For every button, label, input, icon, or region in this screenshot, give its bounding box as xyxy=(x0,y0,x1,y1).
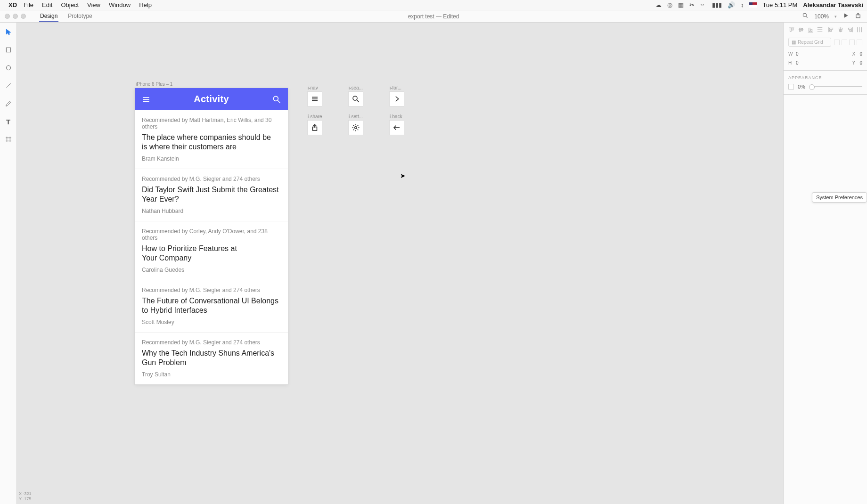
y-value[interactable]: 0 xyxy=(859,60,862,65)
path-subtract-icon[interactable] xyxy=(842,40,847,45)
height-value[interactable]: 0 xyxy=(796,60,799,65)
tool-rectangle[interactable] xyxy=(4,45,13,55)
svg-rect-28 xyxy=(809,28,810,32)
distribute-v-icon[interactable] xyxy=(817,26,823,33)
svg-rect-34 xyxy=(830,28,833,30)
path-add-icon[interactable] xyxy=(834,40,840,45)
sync-icon[interactable]: ↕︎ xyxy=(741,1,744,8)
menu-view[interactable]: View xyxy=(87,1,100,8)
feed-item[interactable]: Recommended by M.G. Siegler and 274 othe… xyxy=(135,169,288,221)
repeat-grid-button[interactable]: ▦ Repeat Grid xyxy=(788,38,831,47)
mac-menubar: XD File Edit Object View Window Help ☁︎ … xyxy=(0,0,867,10)
opacity-swatch-icon[interactable] xyxy=(788,84,794,89)
svg-rect-5 xyxy=(6,48,10,52)
feed-item[interactable]: Recommended by M.G. Siegler and 274 othe… xyxy=(135,280,288,333)
app-titlebar: Design Prototype export test — Edited 10… xyxy=(0,10,867,23)
appearance-heading: APPEARANCE xyxy=(788,75,862,80)
svg-rect-35 xyxy=(830,30,832,32)
align-left-icon[interactable] xyxy=(828,26,834,33)
menu-file[interactable]: File xyxy=(24,1,33,8)
menubar-app-icon[interactable]: ▦ xyxy=(678,1,684,8)
mini-art-label-settings[interactable]: i-sett... xyxy=(349,114,363,119)
svg-line-12 xyxy=(278,100,280,103)
zoom-level[interactable]: 100% xyxy=(814,13,829,20)
align-right-icon[interactable] xyxy=(847,26,853,33)
mini-art-label-back[interactable]: i-back xyxy=(390,114,402,119)
canvas[interactable]: iPhone 6 Plus – 1 Activity Recommended b… xyxy=(17,23,783,504)
zoom-chevron-icon[interactable]: ▾ xyxy=(834,14,837,19)
tool-pen[interactable] xyxy=(4,99,13,108)
search-icon[interactable] xyxy=(272,95,281,104)
tab-prototype[interactable]: Prototype xyxy=(67,11,93,22)
feed-reco: Recommended by Corley, Andy O'Dower, and… xyxy=(142,228,281,241)
menu-edit[interactable]: Edit xyxy=(42,1,52,8)
mini-art-settings[interactable] xyxy=(349,121,363,135)
width-value[interactable]: 0 xyxy=(796,51,799,57)
mini-art-nav[interactable] xyxy=(308,92,322,106)
mini-art-label-nav[interactable]: i-nav xyxy=(308,85,318,90)
opacity-value[interactable]: 0% xyxy=(798,84,805,89)
height-label: H xyxy=(788,60,793,65)
mini-art-back[interactable] xyxy=(390,121,404,135)
feed-item[interactable]: Recommended by Corley, Andy O'Dower, and… xyxy=(135,221,288,280)
menu-object[interactable]: Object xyxy=(61,1,79,8)
align-hcenter-icon[interactable] xyxy=(837,26,844,33)
distribute-h-icon[interactable] xyxy=(856,26,863,33)
feed-author: Nathan Hubbard xyxy=(142,208,281,214)
path-intersect-icon[interactable] xyxy=(849,40,855,45)
artboard-header[interactable]: Activity xyxy=(135,88,288,110)
cloud-icon[interactable]: ☁︎ xyxy=(655,1,662,8)
minimize-window-icon[interactable] xyxy=(13,14,18,19)
menu-window[interactable]: Window xyxy=(109,1,131,8)
feed-headline: The Future of Conversational UI Belongs … xyxy=(142,296,281,315)
tool-select[interactable] xyxy=(4,27,13,37)
tool-line[interactable] xyxy=(4,81,13,90)
feed-item[interactable]: Recommended by M.G. Siegler and 274 othe… xyxy=(135,333,288,384)
mini-art-label-forward[interactable]: i-for... xyxy=(390,85,401,90)
window-traffic-lights[interactable] xyxy=(0,14,31,19)
battery-icon[interactable]: ▮▮▮ xyxy=(712,1,722,8)
menu-help[interactable]: Help xyxy=(139,1,152,8)
wifi-icon[interactable]: ᯤ xyxy=(700,1,706,8)
align-bottom-icon[interactable] xyxy=(807,26,814,33)
input-flag-icon[interactable] xyxy=(749,2,757,8)
mini-art-label-search[interactable]: i-sea... xyxy=(349,85,363,90)
svg-line-1 xyxy=(806,16,808,18)
share-icon[interactable] xyxy=(855,12,861,20)
mini-art-forward[interactable] xyxy=(390,92,404,106)
cc-icon[interactable]: ◎ xyxy=(667,1,672,8)
close-window-icon[interactable] xyxy=(5,14,10,19)
mini-art-label-share[interactable]: i-share xyxy=(308,114,322,119)
feed-headline: How to Prioritize Features at Your Compa… xyxy=(142,244,281,263)
app-menu[interactable]: XD xyxy=(8,1,17,8)
artboard-label[interactable]: iPhone 6 Plus – 1 xyxy=(136,81,172,87)
opacity-slider[interactable] xyxy=(809,86,862,87)
clipboard-icon[interactable]: ✂︎ xyxy=(689,1,695,8)
align-vcenter-icon[interactable] xyxy=(798,26,804,33)
mini-art-search[interactable] xyxy=(349,92,363,106)
feed-author: Troy Sultan xyxy=(142,371,281,378)
preview-icon[interactable] xyxy=(842,12,849,20)
tool-ellipse[interactable] xyxy=(4,63,13,73)
mini-art-share[interactable] xyxy=(308,121,322,135)
feed-headline: Did Taylor Swift Just Submit the Greates… xyxy=(142,185,281,204)
tab-design[interactable]: Design xyxy=(39,11,58,22)
inspector-panel: ▦ Repeat Grid W0 X0 H0 Y0 APPEARANCE 0% xyxy=(783,23,867,504)
system-preferences-tooltip[interactable]: System Preferences xyxy=(812,192,867,203)
zoom-window-icon[interactable] xyxy=(21,14,26,19)
path-exclude-icon[interactable] xyxy=(857,40,862,45)
menubar-user[interactable]: Aleksandar Tasevski xyxy=(803,1,863,8)
hamburger-icon[interactable] xyxy=(141,95,151,104)
search-icon[interactable] xyxy=(802,12,809,20)
svg-marker-4 xyxy=(6,29,10,35)
volume-icon[interactable]: 🔊 xyxy=(728,1,735,8)
feed-item[interactable]: Recommended by Matt Hartman, Eric Willis… xyxy=(135,110,288,169)
align-top-icon[interactable] xyxy=(788,26,795,33)
svg-marker-2 xyxy=(844,13,848,17)
tool-artboard[interactable] xyxy=(4,135,13,144)
tool-text[interactable]: T xyxy=(4,117,13,126)
artboard-iphone[interactable]: Activity Recommended by Matt Hartman, Er… xyxy=(135,88,288,384)
svg-line-17 xyxy=(357,100,359,102)
menubar-clock[interactable]: Tue 5:11 PM xyxy=(762,1,797,8)
x-value[interactable]: 0 xyxy=(859,51,862,57)
